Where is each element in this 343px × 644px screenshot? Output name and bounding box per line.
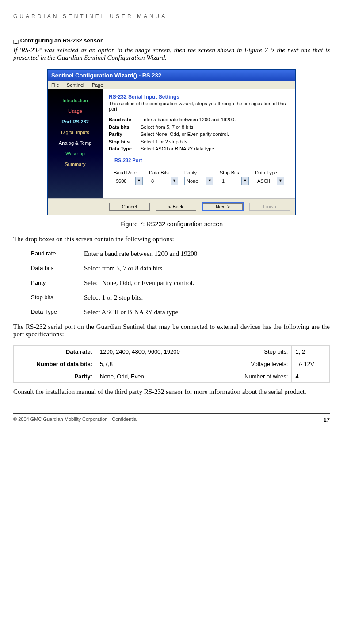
datatype-combo[interactable]: ASCII▼ [255,177,284,185]
spec-voltage-val: +/- 12V [292,358,330,370]
page-footer: © 2004 GMC Guardian Mobility Corporation… [13,413,330,423]
figure-caption: Figure 7: RS232 configuration screen [13,220,330,228]
lead-text: The drop boxes on this screen contain th… [13,235,330,243]
chevron-down-icon: ▼ [206,177,213,185]
intro-paragraph: If 'RS-232' was selected as an option in… [13,46,330,62]
spec-parity-val: None, Odd, Even [96,370,222,382]
spec-voltage-label: Voltage levels: [222,358,292,370]
opt-databits-desc: Select from 5, 7 or 8 data bits. [84,265,330,272]
chevron-down-icon: ▼ [241,177,248,185]
content-subheading: This section of the configuration wizard… [109,101,289,112]
baud-value: 9600 [114,178,135,184]
databits-value: 8 [149,178,171,184]
opt-baud-desc: Enter a baud rate between 1200 and 19200… [84,250,330,258]
opt-stopbits-label: Stop bits [31,294,84,301]
spec-datarate-val: 1200, 2400, 4800, 9600, 19200 [96,345,222,358]
spec-datarate-label: Data rate: [14,345,96,358]
param-baud-name: Baud rate [109,116,141,123]
chevron-down-icon: ▼ [135,177,142,185]
next-button[interactable]: Next > [202,202,244,211]
param-databits-name: Data bits [109,123,141,131]
menu-sentinel[interactable]: Sentinel [67,82,84,88]
param-databits-desc: Select from 5, 7 or 8 bits. [141,124,194,130]
stopbits-label: Stop Bits [220,170,249,175]
datatype-value: ASCII [255,178,277,184]
param-list: Baud rateEnter a baud rate between 1200 … [109,116,289,153]
spec-stopbits-label: Stop bits: [222,345,292,358]
menu-page[interactable]: Page [92,82,103,88]
spec-intro: The RS-232 serial port on the Guardian S… [13,323,330,338]
param-stopbits-name: Stop bits [109,138,141,146]
finish-button: Finish [249,203,290,211]
sidebar-item-port-rs232[interactable]: Port RS 232 [50,117,100,127]
opt-datatype-label: Data Type [31,309,84,316]
wizard-sidebar: Introduction Usage Port RS 232 Digital I… [48,89,103,198]
wizard-window: Sentinel Configuration Wizard() - RS 232… [47,69,296,215]
parity-combo[interactable]: None▼ [184,177,213,185]
svg-rect-1 [15,43,17,44]
table-row: Parity: None, Odd, Even Number of wires:… [14,370,330,382]
spec-wires-val: 4 [292,370,330,382]
page-number: 17 [324,416,330,423]
back-button[interactable]: < Back [156,203,196,211]
section-title-text: Configuring an RS-232 sensor [20,37,103,44]
spec-table: Data rate: 1200, 2400, 4800, 9600, 19200… [13,345,330,383]
param-datatype-name: Data Type [109,145,141,153]
spec-stopbits-val: 1, 2 [292,345,330,358]
spec-wires-label: Number of wires: [222,370,292,382]
window-titlebar: Sentinel Configuration Wizard() - RS 232 [48,70,295,81]
param-baud-desc: Enter a baud rate between 1200 and 19200… [141,117,236,122]
sidebar-item-introduction[interactable]: Introduction [50,96,100,105]
fieldset-legend: RS-232 Port [113,158,144,163]
wizard-button-row: Cancel < Back Next > Finish [48,198,295,215]
spec-ndata-label: Number of data bits: [14,358,96,370]
wizard-content: RS-232 Serial Input Settings This sectio… [103,89,295,198]
chevron-down-icon: ▼ [171,177,178,185]
cancel-button[interactable]: Cancel [109,203,150,211]
stopbits-value: 1 [220,178,241,184]
datatype-label: Data Type [255,170,284,175]
baud-label: Baud Rate [114,170,143,175]
spec-ndata-val: 5,7,8 [96,358,222,370]
opt-databits-label: Data bits [31,265,84,272]
section-title: Configuring an RS-232 sensor [13,37,330,44]
table-row: Data rate: 1200, 2400, 4800, 9600, 19200… [14,345,330,358]
opt-parity-label: Parity [31,279,84,287]
rs232-port-fieldset: RS-232 Port Baud Rate 9600▼ Data Bits 8▼… [109,161,289,192]
next-label-tail: ext > [219,204,230,209]
monitor-icon [13,39,19,43]
opt-stopbits-desc: Select 1 or 2 stop bits. [84,294,330,301]
databits-label: Data Bits [149,170,178,175]
param-stopbits-desc: Select 1 or 2 stop bits. [141,139,189,144]
parity-label: Parity [184,170,213,175]
opt-parity-desc: Select None, Odd, or Even parity control… [84,279,330,287]
sidebar-item-usage[interactable]: Usage [50,106,100,116]
content-heading: RS-232 Serial Input Settings [109,94,289,100]
parity-value: None [185,178,206,184]
param-datatype-desc: Select ASCII or BINARY data type. [141,146,216,151]
menu-file[interactable]: File [51,82,59,88]
page-header: GUARDIAN SENTINEL USER MANUAL [13,13,330,19]
opt-baud-label: Baud rate [31,250,84,258]
param-parity-desc: Select None, Odd, or Even parity control… [141,131,229,137]
options-table: Baud rateEnter a baud rate between 1200 … [31,250,330,316]
sidebar-item-digital-inputs[interactable]: Digital Inputs [50,127,100,137]
footer-copyright: © 2004 GMC Guardian Mobility Corporation… [13,416,137,423]
baud-combo[interactable]: 9600▼ [114,177,143,185]
stopbits-combo[interactable]: 1▼ [220,177,249,185]
sidebar-item-summary[interactable]: Summary [50,159,100,169]
spec-parity-label: Parity: [14,370,96,382]
table-row: Number of data bits: 5,7,8 Voltage level… [14,358,330,370]
svg-rect-0 [13,40,19,43]
param-parity-name: Parity [109,131,141,138]
chevron-down-icon: ▼ [277,177,284,185]
menubar: File Sentinel Page [48,81,295,89]
sidebar-item-analog-temp[interactable]: Analog & Temp [50,138,100,148]
sidebar-item-wakeup[interactable]: Wake-up [50,149,100,158]
databits-combo[interactable]: 8▼ [149,177,178,185]
opt-datatype-desc: Select ASCII or BINARY data type [84,309,330,316]
consult-text: Consult the installation manual of the t… [13,388,330,396]
